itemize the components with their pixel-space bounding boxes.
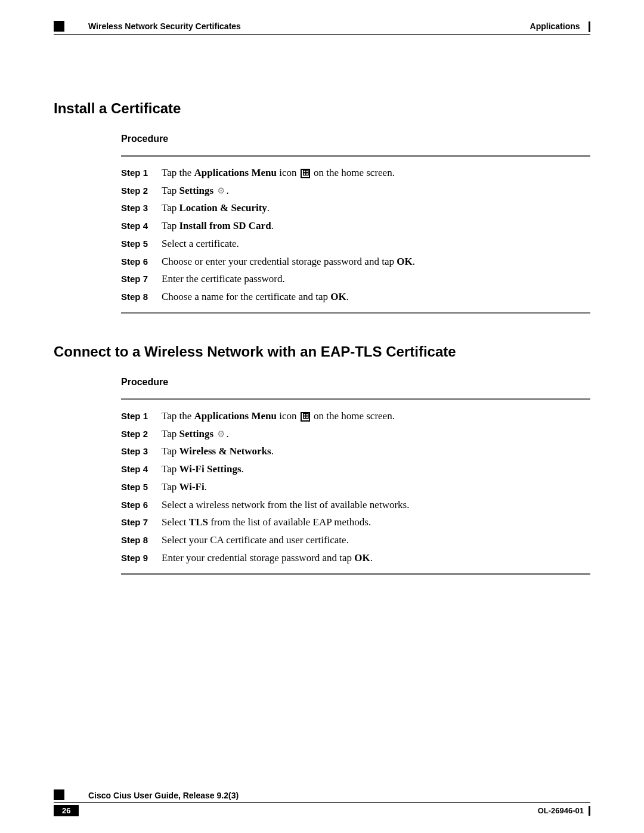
step-label: Step 8: [121, 289, 162, 305]
text: .: [271, 220, 274, 231]
step-text: Select TLS from the list of available EA…: [162, 513, 371, 531]
text: .: [205, 481, 207, 493]
step-row: Step 3Tap Location & Security.: [121, 199, 590, 217]
text: [213, 185, 216, 196]
text: Enter the certificate password.: [162, 273, 285, 284]
step-row: Step 5Tap Wi-Fi.: [121, 478, 590, 496]
section-title: Connect to a Wireless Network with an EA…: [54, 343, 590, 360]
step-label: Step 1: [121, 165, 162, 181]
step-row: Step 9Enter your credential storage pass…: [121, 549, 590, 567]
step-label: Step 8: [121, 532, 162, 548]
step-row: Step 6Choose or enter your credential st…: [121, 253, 590, 271]
step-row: Step 3Tap Wireless & Networks.: [121, 442, 590, 460]
text: Tap: [162, 185, 179, 196]
step-label: Step 7: [121, 515, 162, 530]
step-text: Tap the Applications Menu icon on the ho…: [162, 164, 395, 182]
step-label: Step 6: [121, 497, 162, 513]
section-eap-tls: Connect to a Wireless Network with an EA…: [54, 343, 590, 575]
text: Tap the: [162, 410, 194, 422]
text: Select: [162, 516, 189, 528]
text: Tap: [162, 481, 179, 493]
step-text: Tap Location & Security.: [162, 199, 270, 217]
page-number: 26: [54, 805, 79, 816]
settings-gear-icon: ⚙: [217, 183, 225, 199]
text: Tap: [162, 463, 179, 475]
step-row: Step 7Select TLS from the list of availa…: [121, 513, 590, 531]
text: .: [346, 291, 349, 302]
procedure-label: Procedure: [121, 134, 590, 144]
text: .: [226, 185, 228, 196]
text: Tap: [162, 220, 179, 231]
step-label: Step 6: [121, 254, 162, 270]
step-row: Step 6Select a wireless network from the…: [121, 496, 590, 514]
text: Tap: [162, 445, 179, 457]
text: Tap: [162, 202, 179, 213]
text: .: [271, 445, 274, 457]
step-row: Step 8Choose a name for the certificate …: [121, 288, 590, 306]
procedure-rule-top: [121, 398, 590, 400]
procedure-rule-bottom: [121, 312, 590, 314]
text: icon: [277, 410, 299, 422]
text: .: [226, 428, 228, 439]
procedure-rule-top: [121, 155, 590, 157]
step-label: Step 2: [121, 426, 162, 442]
step-row: Step 5Select a certificate.: [121, 235, 590, 253]
bold-text: Wi-Fi Settings: [179, 463, 242, 475]
text: Select a certificate.: [162, 238, 239, 249]
step-label: Step 7: [121, 271, 162, 287]
doc-id: OL-26946-01: [538, 806, 584, 815]
text: [213, 428, 216, 439]
page-header: Wireless Network Security Certificates A…: [54, 21, 590, 32]
bold-text: OK: [330, 291, 346, 302]
step-text: Tap Install from SD Card.: [162, 217, 274, 235]
footer-rule: [54, 802, 590, 803]
step-text: Select a certificate.: [162, 235, 239, 253]
text: Select your CA certificate and user cert…: [162, 534, 349, 546]
bold-text: Settings: [179, 428, 214, 439]
text: Choose or enter your credential storage …: [162, 256, 397, 267]
text: .: [413, 256, 415, 267]
section-install-certificate: Install a Certificate Procedure Step 1Ta…: [54, 100, 590, 314]
step-text: Tap Wi-Fi.: [162, 478, 207, 496]
bold-text: Wi-Fi: [179, 481, 205, 493]
text: icon: [277, 167, 299, 178]
chapter-label: Applications: [530, 21, 580, 31]
page-footer: Cisco Cius User Guide, Release 9.2(3) 26…: [54, 789, 590, 816]
step-text: Tap the Applications Menu icon on the ho…: [162, 407, 395, 425]
bold-text: Applications Menu: [194, 167, 277, 178]
step-text: Select a wireless network from the list …: [162, 496, 409, 514]
step-text: Tap Settings ⚙.: [162, 182, 229, 200]
step-row: Step 7Enter the certificate password.: [121, 270, 590, 288]
footer-bar-icon: [589, 806, 590, 816]
procedure-label: Procedure: [121, 377, 590, 388]
bold-text: Install from SD Card: [179, 220, 271, 231]
section-title: Install a Certificate: [54, 100, 590, 117]
step-text: Choose or enter your credential storage …: [162, 253, 415, 271]
bold-text: Wireless & Networks: [179, 445, 271, 457]
text: .: [242, 463, 244, 475]
step-label: Step 5: [121, 479, 162, 495]
footer-marker-icon: [54, 789, 64, 800]
header-rule: [54, 34, 590, 35]
text: .: [370, 552, 373, 563]
text: on the home screen.: [311, 410, 395, 422]
step-text: Choose a name for the certificate and ta…: [162, 288, 349, 306]
step-row: Step 1Tap the Applications Menu icon on …: [121, 407, 590, 425]
footer-doc-title: Cisco Cius User Guide, Release 9.2(3): [88, 791, 239, 800]
breadcrumb: Wireless Network Security Certificates: [88, 21, 241, 31]
step-row: Step 8Select your CA certificate and use…: [121, 531, 590, 549]
text: Tap the: [162, 167, 194, 178]
step-label: Step 9: [121, 550, 162, 566]
step-text: Select your CA certificate and user cert…: [162, 531, 349, 549]
step-label: Step 4: [121, 218, 162, 234]
text: Select a wireless network from the list …: [162, 499, 409, 510]
text: .: [267, 202, 270, 213]
step-row: Step 4Tap Install from SD Card.: [121, 217, 590, 235]
step-text: Tap Settings ⚙.: [162, 425, 229, 443]
step-row: Step 2Tap Settings ⚙.: [121, 425, 590, 443]
step-row: Step 4Tap Wi-Fi Settings.: [121, 460, 590, 478]
header-marker-icon: [54, 21, 64, 32]
step-text: Enter the certificate password.: [162, 270, 285, 288]
step-text: Tap Wireless & Networks.: [162, 442, 274, 460]
step-row: Step 2Tap Settings ⚙.: [121, 182, 590, 200]
